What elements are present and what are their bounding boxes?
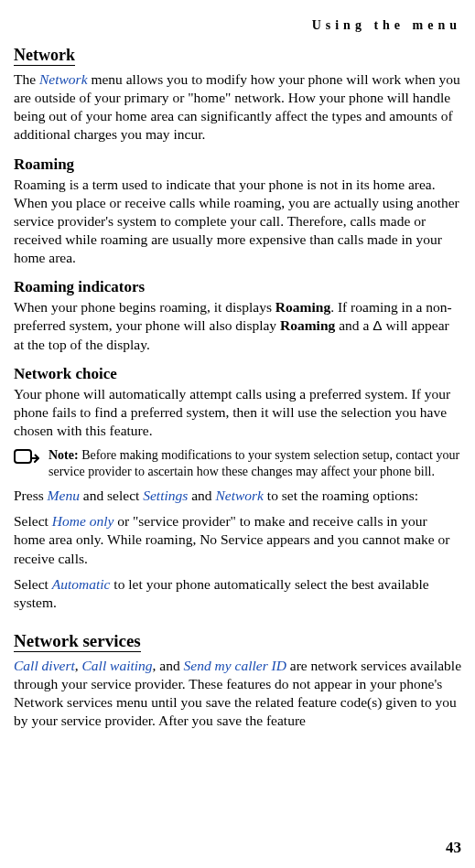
page-number: 43 [446,839,461,857]
section-heading-network: Network [14,46,75,66]
svg-rect-0 [15,450,31,463]
sub-heading-roaming: Roaming [14,155,461,174]
text: Press [14,488,48,503]
roaming-body: Roaming is a term used to indicate that … [14,176,461,268]
triangle-icon: Δ [372,317,382,333]
link-network: Network [39,71,88,87]
note-icon [14,449,39,473]
link-call-divert: Call divert [14,658,75,673]
section-heading-network-services: Network services [14,631,141,652]
network-intro: The Network menu allows you to modify ho… [14,70,461,145]
network-choice-body: Your phone will automatically attempt ca… [14,385,461,440]
link-send-caller-id: Send my caller ID [184,658,286,673]
note-block: Note: Before making modifications to you… [14,447,461,479]
bold-roaming-2: Roaming [280,317,335,333]
text: , and [153,658,184,673]
running-header: Using the menu [14,18,461,33]
sub-heading-network-choice: Network choice [14,365,461,383]
select-home-only: Select Home only or "service provider" t… [14,512,461,567]
text: Select [14,576,52,592]
link-network-2: Network [215,488,264,503]
link-menu: Menu [48,488,80,503]
text: Before making modifications to your syst… [49,448,459,478]
text: to set the roaming options: [264,488,418,503]
roaming-indicators-body: When your phone begins roaming, it displ… [14,298,461,353]
bold-roaming-1: Roaming [275,299,330,315]
text: and select [80,488,143,503]
sub-heading-roaming-indicators: Roaming indicators [14,278,461,296]
link-call-waiting: Call waiting [81,658,152,673]
select-automatic: Select Automatic to let your phone autom… [14,575,461,612]
link-home-only: Home only [52,513,114,529]
press-menu-text: Press Menu and select Settings and Netwo… [14,487,461,505]
text: and [188,488,215,503]
note-label: Note: [49,448,79,462]
link-settings: Settings [143,488,188,503]
note-text: Note: Before making modifications to you… [49,447,461,479]
text: and a [335,317,372,333]
network-services-body: Call divert, Call waiting, and Send my c… [14,657,461,731]
text: Select [14,513,52,529]
text: The [14,71,39,87]
link-automatic: Automatic [52,576,111,592]
text: When your phone begins roaming, it displ… [14,299,275,315]
